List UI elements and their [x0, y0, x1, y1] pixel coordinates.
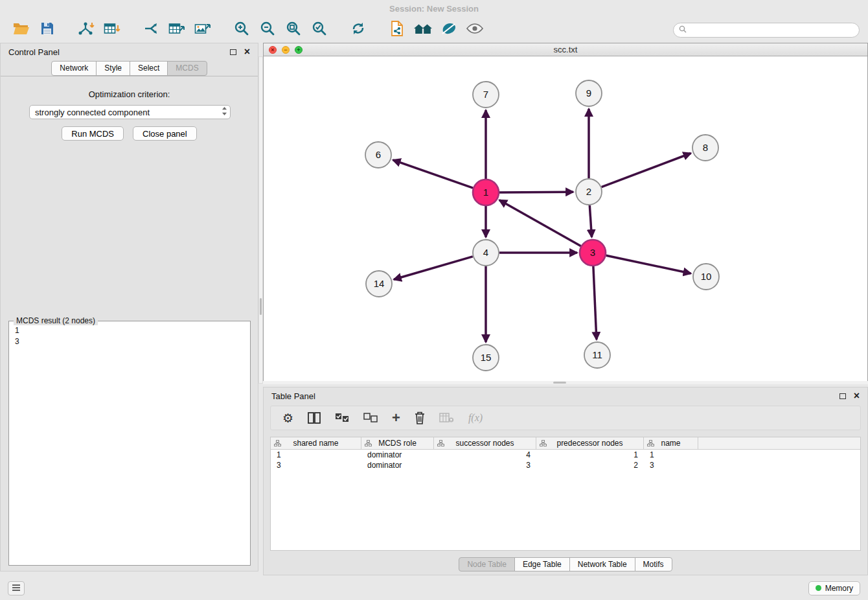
graph-edge-2-8[interactable]: [602, 154, 691, 187]
graph-edge-3-1[interactable]: [499, 200, 581, 246]
graph-node-label: 8: [703, 142, 708, 153]
graph-edge-1-6[interactable]: [393, 160, 474, 188]
save-session-button[interactable]: [34, 19, 60, 40]
control-panel: Control Panel × NetworkStyleSelectMCDS O…: [0, 43, 258, 571]
export-table-button[interactable]: [164, 19, 190, 40]
graph-edge-3-11[interactable]: [593, 266, 597, 340]
graph-edge-2-3[interactable]: [589, 205, 591, 237]
open-folder-icon: [13, 22, 30, 38]
criterion-dropdown-value: strongly connected component: [35, 108, 222, 117]
table-row[interactable]: 1dominator411: [271, 450, 860, 460]
zoom-out-icon: [260, 21, 275, 39]
task-history-button[interactable]: [8, 581, 25, 595]
close-window-icon[interactable]: ×: [269, 46, 277, 54]
show-graphics-button[interactable]: [462, 19, 488, 40]
toolbar-group-refresh: [345, 19, 371, 40]
table-cell: 1: [271, 450, 361, 459]
export-image-button[interactable]: [190, 19, 216, 40]
graph-node-11[interactable]: 11: [584, 342, 610, 368]
column-header-successor-nodes[interactable]: successor nodes: [434, 437, 536, 449]
tab-node-table[interactable]: Node Table: [459, 557, 515, 571]
column-header-predecessor-nodes[interactable]: predecessor nodes: [536, 437, 644, 449]
graph-node-10[interactable]: 10: [693, 264, 719, 290]
refresh-button[interactable]: [345, 19, 371, 40]
column-header-shared-name[interactable]: shared name: [271, 437, 361, 449]
mcds-result-title: MCDS result (2 nodes): [14, 316, 98, 325]
close-table-panel-icon[interactable]: ×: [854, 391, 860, 400]
apply-style-button[interactable]: [436, 19, 462, 40]
home-layout-button[interactable]: [410, 19, 436, 40]
mcds-result-line: 3: [15, 336, 244, 347]
zoom-out-button[interactable]: [255, 19, 280, 40]
toolbar-group-file: [8, 19, 60, 40]
graph-node-4[interactable]: 4: [473, 240, 499, 266]
unselect-all-icon[interactable]: [363, 413, 378, 423]
network-window-title: scc.txt: [554, 45, 578, 54]
graph-node-8[interactable]: 8: [692, 135, 718, 161]
float-panel-icon[interactable]: [230, 49, 236, 55]
tab-style[interactable]: Style: [96, 61, 130, 76]
table-panel-header: Table Panel ×: [264, 387, 867, 404]
scrollbar-thumb[interactable]: [260, 298, 262, 315]
criterion-dropdown[interactable]: strongly connected component: [29, 105, 231, 119]
graph-node-label: 14: [374, 278, 385, 289]
network-canvas[interactable]: 7968124314101511: [264, 56, 867, 384]
network-window-titlebar: × − + scc.txt: [264, 43, 867, 56]
table-cell: 4: [434, 450, 536, 459]
node-table-header-row: shared nameMCDS rolesuccessor nodesprede…: [271, 437, 860, 450]
graph-node-label: 4: [483, 247, 488, 258]
minimize-window-icon[interactable]: −: [282, 46, 290, 54]
import-network-button[interactable]: [73, 19, 99, 40]
tab-network[interactable]: Network: [51, 61, 97, 76]
graph-edge-1-2[interactable]: [499, 192, 573, 192]
graph-node-14[interactable]: 14: [366, 271, 392, 297]
network-vertical-scrollbar[interactable]: [258, 56, 263, 384]
search-input[interactable]: [691, 25, 854, 34]
add-column-icon[interactable]: +: [392, 412, 400, 424]
search-icon: [679, 24, 687, 36]
graph-node-9[interactable]: 9: [576, 80, 602, 106]
tab-motifs[interactable]: Motifs: [635, 557, 672, 571]
control-panel-header: Control Panel ×: [1, 43, 258, 60]
graph-edge-4-14[interactable]: [394, 257, 473, 279]
zoom-selected-button[interactable]: [306, 19, 332, 40]
zoom-in-button[interactable]: [229, 19, 255, 40]
network-from-selection-button[interactable]: [138, 19, 164, 40]
scrollbar-thumb[interactable]: [553, 382, 566, 384]
float-table-panel-icon[interactable]: [839, 393, 846, 399]
open-session-button[interactable]: [8, 19, 34, 40]
graph-node-7[interactable]: 7: [473, 82, 499, 108]
tab-select[interactable]: Select: [130, 61, 168, 76]
graph-node-15[interactable]: 15: [473, 345, 499, 371]
graph-node-6[interactable]: 6: [365, 142, 391, 168]
duplicate-network-button[interactable]: [384, 19, 410, 40]
close-panel-button[interactable]: Close panel: [133, 126, 197, 141]
delete-column-icon[interactable]: [415, 411, 425, 424]
table-row[interactable]: 3dominator323: [271, 460, 860, 470]
import-table-button[interactable]: [99, 19, 125, 40]
table-cell: 3: [434, 461, 536, 470]
tab-edge-table[interactable]: Edge Table: [514, 557, 570, 571]
node-table: shared nameMCDS rolesuccessor nodesprede…: [270, 437, 861, 551]
graph-node-label: 10: [701, 271, 712, 282]
column-header-MCDS-role[interactable]: MCDS role: [361, 437, 434, 449]
network-horizontal-scrollbar[interactable]: [263, 381, 868, 384]
run-mcds-button[interactable]: Run MCDS: [62, 126, 124, 141]
zoom-window-icon[interactable]: +: [295, 46, 303, 54]
show-columns-icon[interactable]: [308, 412, 321, 424]
graph-edge-3-10[interactable]: [606, 255, 691, 273]
column-header-name[interactable]: name: [644, 437, 698, 449]
zoom-fit-button[interactable]: [280, 19, 306, 40]
graph-node-2[interactable]: 2: [576, 179, 602, 205]
tab-network-table[interactable]: Network Table: [569, 557, 635, 571]
network-window: × − + scc.txt 7968124314101511: [263, 43, 868, 384]
close-panel-icon[interactable]: ×: [244, 47, 250, 56]
memory-button[interactable]: Memory: [808, 581, 860, 595]
graph-node-3[interactable]: 3: [580, 240, 606, 266]
table-settings-gear-icon[interactable]: ⚙: [282, 411, 293, 426]
graph-node-1[interactable]: 1: [473, 179, 499, 205]
style-slash-icon: [440, 21, 457, 38]
tab-mcds[interactable]: MCDS: [167, 61, 207, 76]
select-all-icon[interactable]: [335, 413, 349, 423]
graph-node-label: 7: [483, 89, 488, 100]
